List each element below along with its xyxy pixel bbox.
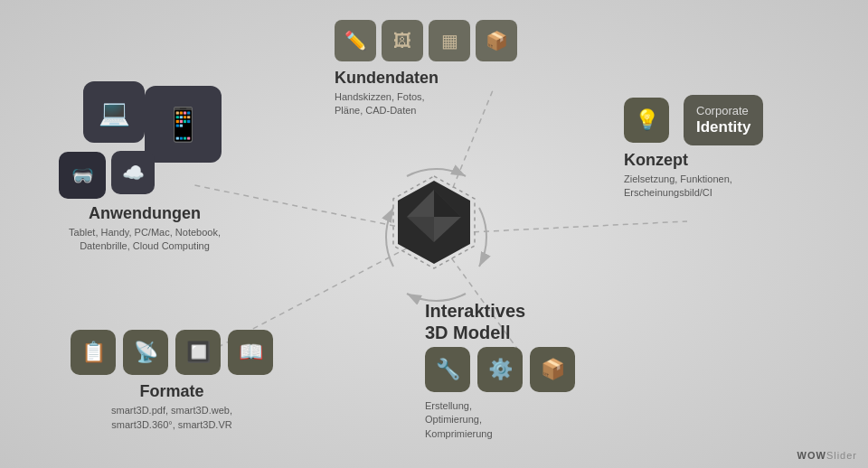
svg-marker-6 <box>398 181 470 264</box>
slider-text: Slider <box>826 450 857 461</box>
ci-corporate-text: Corporate <box>696 104 750 118</box>
3dmodell-subtitle: Erstellung,Optimierung,Komprimierung <box>425 399 493 441</box>
icon-lightbulb: 💡 <box>624 98 669 143</box>
icon-format2: 📡 <box>123 330 168 375</box>
icon-gear: ⚙️ <box>477 347 523 392</box>
icon-laptop: 💻 <box>83 81 145 143</box>
konzept-icon-row: 💡 Corporate Identity <box>624 95 763 145</box>
svg-line-1 <box>434 221 687 234</box>
svg-marker-7 <box>407 190 461 242</box>
icon-pencil: ✏️ <box>335 20 376 61</box>
corporate-identity-box: Corporate Identity <box>684 95 763 145</box>
icon-layout: ▦ <box>429 20 470 61</box>
wowslider-branding: WOWSlider <box>797 450 857 461</box>
icon-cloud: ☁️ <box>111 151 155 194</box>
model-icon-row: 🔧 ⚙️ 📦 <box>425 347 575 392</box>
icon-wrench: 🔧 <box>425 347 470 392</box>
icon-format1: 📋 <box>71 330 116 375</box>
anwendungen-icons: 📱 💻 🥽 ☁️ <box>59 81 231 199</box>
konzept-subtitle: Zielsetzung, Funktionen,Erscheinungsbild… <box>624 173 732 201</box>
svg-marker-10 <box>393 176 475 268</box>
node-3dmodell: Interaktives3D Modell 🔧 ⚙️ 📦 Erstellung,… <box>425 300 633 441</box>
node-anwendungen: 📱 💻 🥽 ☁️ Anwendungen Tablet, Handy, PC/M… <box>45 81 244 254</box>
node-formate: 📋 📡 🔲 📖 Formate smart3D.pdf, smart3D.web… <box>63 330 280 432</box>
kundendaten-icon-row: ✏️ 🖼 ▦ 📦 <box>335 20 517 61</box>
konzept-title: Konzept <box>624 151 688 170</box>
slide-container: ✏️ 🖼 ▦ 📦 Kundendaten Handskizzen, Fotos,… <box>0 0 868 468</box>
formate-subtitle: smart3D.pdf, smart3D.web,smart3D.360°, s… <box>111 404 232 432</box>
icon-tablet: 📱 <box>145 86 222 163</box>
icon-cube: 📦 <box>530 347 575 392</box>
3dmodell-title: Interaktives3D Modell <box>425 300 525 343</box>
kundendaten-title: Kundendaten <box>335 69 439 88</box>
icon-format4: 📖 <box>228 330 273 375</box>
ci-identity-text: Identity <box>696 118 750 136</box>
node-kundendaten: ✏️ 🖼 ▦ 📦 Kundendaten Handskizzen, Fotos,… <box>335 20 533 118</box>
wow-text: WOW <box>797 450 826 461</box>
anwendungen-subtitle: Tablet, Handy, PC/Mac, Notebook,Datenbri… <box>69 226 221 254</box>
svg-marker-8 <box>434 190 461 217</box>
icon-oculus: 🥽 <box>59 152 106 199</box>
kundendaten-subtitle: Handskizzen, Fotos,Pläne, CAD-Daten <box>335 90 425 118</box>
formate-title: Formate <box>139 382 203 401</box>
icon-format3: 🔲 <box>175 330 221 375</box>
formate-icon-row: 📋 📡 🔲 📖 <box>71 330 273 375</box>
anwendungen-title: Anwendungen <box>89 204 201 223</box>
icon-image: 🖼 <box>382 20 423 61</box>
icon-box3d: 📦 <box>476 20 517 61</box>
svg-marker-9 <box>407 217 434 242</box>
node-konzept: 💡 Corporate Identity Konzept Zielsetzung… <box>624 95 823 201</box>
